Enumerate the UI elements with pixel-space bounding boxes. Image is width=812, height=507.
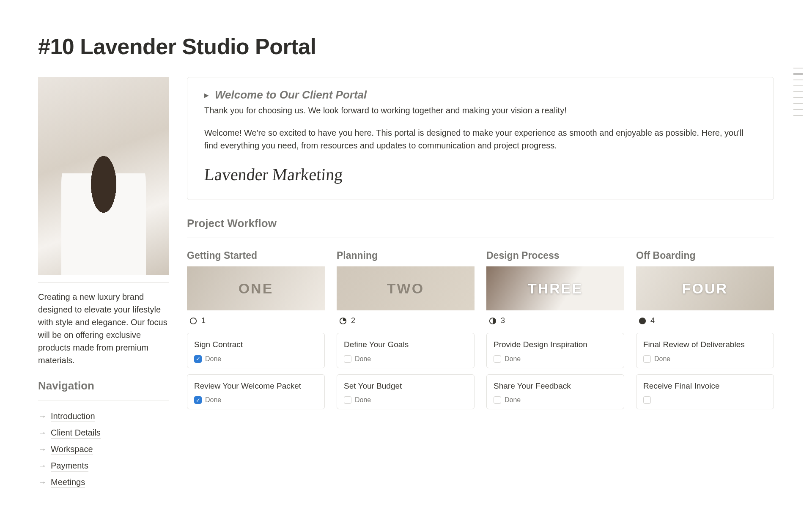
checkbox-icon[interactable] — [494, 396, 501, 404]
task-title: Review Your Welcome Packet — [194, 381, 318, 392]
workflow-column: Off Boarding FOUR 4 Final Review of Deli… — [636, 250, 774, 409]
workflow-progress-label: 3 — [501, 316, 505, 325]
workflow-progress-label: 2 — [351, 316, 355, 325]
workflow-banner[interactable]: ONE — [187, 266, 325, 310]
done-label: Done — [355, 396, 371, 404]
checkbox-icon[interactable] — [643, 396, 651, 404]
nav-item-introduction[interactable]: → Introduction — [38, 408, 169, 425]
arrow-right-icon: → — [38, 444, 47, 454]
nav-item-workspace[interactable]: → Workspace — [38, 441, 169, 458]
workflow-progress-label: 1 — [201, 316, 206, 325]
arrow-right-icon: → — [38, 477, 47, 487]
workflow-column-title: Planning — [337, 250, 475, 261]
workflow-progress: 2 — [337, 310, 475, 327]
task-title: Share Your Feedback — [494, 381, 617, 392]
nav-item-label: Payments — [51, 460, 88, 471]
arrow-right-icon: → — [38, 428, 47, 438]
divider — [38, 400, 169, 400]
workflow-column: Getting Started ONE 1 Sign Contract ✓ Do… — [187, 250, 325, 409]
workflow-progress: 3 — [486, 310, 624, 327]
nav-item-client-details[interactable]: → Client Details — [38, 425, 169, 441]
done-label: Done — [205, 396, 221, 404]
task-title: Final Review of Deliverables — [643, 339, 767, 350]
done-label: Done — [654, 355, 670, 363]
done-label: Done — [505, 355, 521, 363]
workflow-banner[interactable]: FOUR — [636, 266, 774, 310]
page-title: #10 Lavender Studio Portal — [38, 34, 774, 59]
workflow-progress: 4 — [636, 310, 774, 327]
task-title: Sign Contract — [194, 339, 318, 350]
task-card[interactable]: Provide Design Inspiration Done — [486, 333, 624, 368]
toggle-icon[interactable]: ▶ — [204, 92, 209, 99]
hero-image — [38, 77, 169, 275]
task-card[interactable]: Define Your Goals Done — [337, 333, 475, 368]
callout-body: Welcome! We're so excited to have you he… — [204, 126, 757, 152]
workflow-column: Planning TWO 2 Define Your Goals Done Se… — [337, 250, 475, 409]
task-card[interactable]: Receive Final Invoice — [636, 374, 774, 410]
task-card[interactable]: Share Your Feedback Done — [486, 374, 624, 410]
task-title: Receive Final Invoice — [643, 381, 767, 392]
checkbox-icon[interactable]: ✓ — [194, 355, 202, 363]
done-label: Done — [205, 355, 221, 363]
sidebar-description: Creating a new luxury brand designed to … — [38, 290, 169, 367]
arrow-right-icon: → — [38, 461, 47, 471]
nav-item-label: Workspace — [51, 444, 93, 455]
task-card[interactable]: Final Review of Deliverables Done — [636, 333, 774, 368]
nav-item-meetings[interactable]: → Meetings — [38, 474, 169, 491]
checkbox-icon[interactable] — [494, 355, 501, 363]
workflow-column: Design Process THREE 3 Provide Design In… — [486, 250, 624, 409]
workflow-banner[interactable]: TWO — [337, 266, 475, 310]
nav-item-label: Client Details — [51, 427, 101, 438]
workflow-banner[interactable]: THREE — [486, 266, 624, 310]
divider — [38, 282, 169, 283]
task-title: Define Your Goals — [344, 339, 467, 350]
workflow-banner-label: TWO — [387, 280, 424, 297]
task-card[interactable]: Sign Contract ✓ Done — [187, 333, 325, 368]
signature: Lavender Marketing — [203, 164, 757, 184]
divider — [187, 238, 774, 238]
arrow-right-icon: → — [38, 411, 47, 421]
callout-title: Welcome to Our Client Portal — [215, 88, 367, 101]
checkbox-icon[interactable] — [643, 355, 651, 363]
checkbox-icon[interactable] — [344, 396, 351, 404]
navigation-heading: Navigation — [38, 379, 169, 392]
done-label: Done — [355, 355, 371, 363]
done-label: Done — [505, 396, 521, 404]
nav-item-label: Introduction — [51, 411, 95, 422]
workflow-column-title: Off Boarding — [636, 250, 774, 261]
checkbox-icon[interactable]: ✓ — [194, 396, 202, 404]
callout-subtitle: Thank you for choosing us. We look forwa… — [204, 106, 757, 115]
workflow-column-title: Getting Started — [187, 250, 325, 261]
page-outline-nav[interactable] — [793, 68, 803, 116]
workflow-banner-label: ONE — [239, 280, 274, 297]
welcome-callout: ▶ Welcome to Our Client Portal Thank you… — [187, 77, 774, 200]
task-card[interactable]: Review Your Welcome Packet ✓ Done — [187, 374, 325, 410]
checkbox-icon[interactable] — [344, 355, 351, 363]
workflow-banner-label: THREE — [528, 280, 583, 297]
workflow-banner-label: FOUR — [682, 280, 728, 297]
nav-item-payments[interactable]: → Payments — [38, 458, 169, 474]
workflow-heading: Project Workflow — [187, 217, 774, 230]
task-card[interactable]: Set Your Budget Done — [337, 374, 475, 410]
workflow-progress-label: 4 — [650, 316, 655, 325]
task-title: Set Your Budget — [344, 381, 467, 392]
svg-point-3 — [639, 317, 646, 324]
nav-item-label: Meetings — [51, 477, 85, 488]
workflow-progress: 1 — [187, 310, 325, 327]
svg-point-0 — [190, 318, 196, 323]
task-title: Provide Design Inspiration — [494, 339, 617, 350]
workflow-column-title: Design Process — [486, 250, 624, 261]
